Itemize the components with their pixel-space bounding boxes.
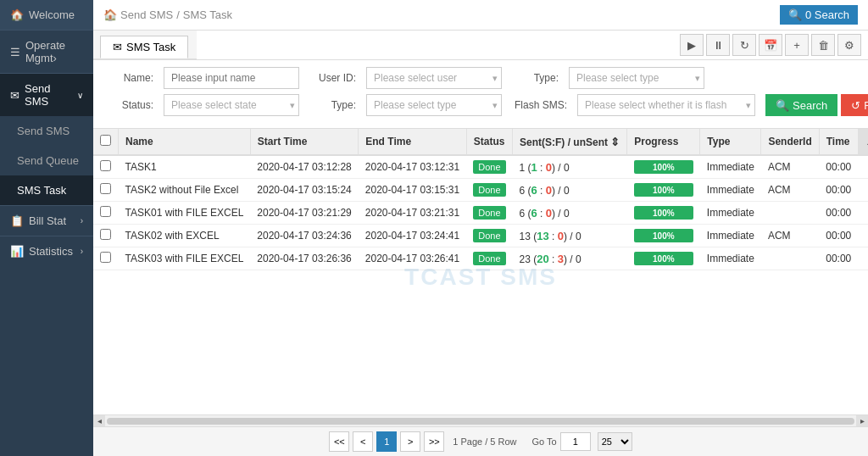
cell-start-time: 2020-04-17 03:24:36 [250, 225, 358, 247]
sidebar-subitem-sms-task[interactable]: SMS Task [0, 175, 93, 205]
col-progress[interactable]: Progress [627, 129, 700, 155]
search-button[interactable]: 🔍 Search [765, 94, 837, 116]
breadcrumb-sms-task: SMS Task [183, 8, 232, 21]
cell-start-time: 2020-04-17 03:15:24 [250, 179, 358, 202]
col-senderid[interactable]: SenderId [761, 129, 819, 155]
tab-icon: ✉ [113, 41, 122, 53]
cell-scroll [858, 202, 868, 225]
settings-button[interactable]: ⚙ [837, 34, 861, 56]
status-select[interactable]: Please select state [164, 94, 299, 116]
type-label2: Type: [309, 99, 356, 111]
play-icon: ▶ [687, 39, 696, 52]
userid-label: User ID: [309, 72, 356, 84]
scroll-right-arrow[interactable]: ▸ [856, 415, 868, 426]
col-status[interactable]: Status [466, 129, 512, 155]
sidebar-subitem-sms-task-label: SMS Task [17, 184, 66, 197]
reset-button[interactable]: ↺ Reset [841, 94, 868, 116]
cell-progress: 100% [627, 155, 700, 179]
type-select2[interactable]: Please select type [366, 94, 502, 116]
sidebar-subitem-send-sms[interactable]: Send SMS [0, 116, 93, 146]
cell-time: 00:00 [819, 225, 858, 247]
breadcrumb-separator: / [176, 8, 180, 21]
cell-type: Immediate [700, 155, 761, 179]
col-scroll-up[interactable]: ▲ [858, 129, 868, 155]
search-top-button[interactable]: 🔍 0 Search [780, 5, 858, 25]
h-scroll-bar[interactable]: ◂ ▸ [93, 414, 868, 426]
cell-end-time: 2020-04-17 03:12:31 [359, 155, 466, 179]
sidebar-item-operate-mgmt[interactable]: ☰ Operate Mgmt› [0, 31, 93, 73]
refresh-icon: ↻ [740, 39, 749, 52]
status-badge: Done [473, 160, 505, 174]
refresh-button[interactable]: ↻ [732, 34, 756, 56]
sidebar-item-send-sms[interactable]: ✉ Send SMS ∨ [0, 74, 93, 116]
cell-senderid: ACM [761, 225, 819, 247]
calendar-button[interactable]: 📅 [759, 34, 782, 56]
row-checkbox[interactable] [100, 206, 111, 217]
row-checkbox[interactable] [100, 229, 111, 240]
page-prev-button[interactable]: < [353, 431, 373, 452]
sms-task-table: Name Start Time End Time Status Sent(S:F… [93, 129, 868, 270]
tab-sms-task[interactable]: ✉ SMS Task [100, 36, 188, 58]
cell-end-time: 2020-04-17 03:21:31 [359, 202, 466, 225]
sidebar-item-bill-stat[interactable]: 📋 Bill Stat › [0, 206, 93, 236]
table-area: TCAST SMS Name Start Time End Time Statu… [93, 129, 868, 414]
cell-name: TASK02 with EXCEL [119, 225, 251, 247]
row-checkbox[interactable] [100, 183, 111, 194]
cell-name: TASK01 with FILE EXCEL [119, 202, 251, 225]
userid-select[interactable]: Please select user [366, 67, 502, 89]
home-icon: 🏠 [10, 8, 24, 21]
col-name[interactable]: Name [119, 129, 251, 155]
reset-icon: ↺ [851, 99, 860, 112]
reset-btn-label: Reset [864, 99, 868, 112]
sidebar-item-welcome-label: Welcome [29, 8, 75, 21]
rows-per-page-select[interactable]: 25 50 100 [598, 432, 632, 451]
cell-name: TASK03 with FILE EXCEL [119, 247, 251, 270]
select-all-checkbox[interactable] [100, 135, 111, 146]
type-select1[interactable]: Please select type [569, 67, 704, 89]
status-badge: Done [473, 183, 505, 197]
table-row: TASK02 with EXCEL2020-04-17 03:24:362020… [93, 225, 868, 247]
scroll-left-arrow[interactable]: ◂ [93, 415, 105, 426]
flash-label: Flash SMS: [512, 99, 567, 111]
page-next-button[interactable]: > [400, 431, 420, 452]
pause-button[interactable]: ⏸ [706, 34, 730, 56]
sidebar-item-statistics[interactable]: 📊 Statistics › [0, 236, 93, 266]
toolbar: ▶ ⏸ ↻ 📅 + 🗑 ⚙ [197, 31, 868, 59]
search-top-icon: 🔍 [788, 8, 802, 21]
page-current-button[interactable]: 1 [376, 431, 397, 452]
goto-label: Go To [532, 437, 557, 447]
page-first-button[interactable]: << [329, 431, 349, 452]
col-start-time[interactable]: Start Time [250, 129, 358, 155]
email-icon: ✉ [10, 89, 19, 102]
col-type[interactable]: Type [700, 129, 761, 155]
type-label1: Type: [512, 72, 559, 84]
play-button[interactable]: ▶ [680, 34, 704, 56]
col-end-time[interactable]: End Time [359, 129, 466, 155]
table-header-row: Name Start Time End Time Status Sent(S:F… [93, 129, 868, 155]
col-time[interactable]: Time [819, 129, 858, 155]
name-input[interactable] [164, 67, 299, 89]
col-sent[interactable]: Sent(S:F) / unSent ⇕ [513, 129, 627, 155]
cell-progress: 100% [627, 202, 700, 225]
sidebar-subitem-send-queue-label: Send Queue [17, 154, 79, 167]
table-row: TASK01 with FILE EXCEL2020-04-17 03:21:2… [93, 202, 868, 225]
delete-button[interactable]: 🗑 [811, 34, 835, 56]
sidebar-item-operate-label: Operate Mgmt› [25, 39, 83, 64]
goto-input[interactable] [560, 432, 591, 451]
row-checkbox[interactable] [100, 160, 111, 171]
main-content: 🏠 Send SMS / SMS Task 🔍 0 Search ✉ SMS T… [93, 0, 868, 456]
cell-end-time: 2020-04-17 03:24:41 [359, 225, 466, 247]
calendar-icon: 📅 [764, 39, 777, 52]
progress-label: 100% [634, 160, 693, 174]
page-last-button[interactable]: >> [424, 431, 444, 452]
h-scrollbar-track[interactable] [107, 418, 854, 425]
progress-label: 100% [634, 206, 693, 220]
row-checkbox[interactable] [100, 252, 111, 263]
cell-end-time: 2020-04-17 03:26:41 [359, 247, 466, 270]
sidebar-item-welcome[interactable]: 🏠 Welcome [0, 0, 93, 30]
search-top-label: 0 Search [805, 8, 849, 21]
add-button[interactable]: + [785, 34, 809, 56]
table-row: TASK2 without File Excel2020-04-17 03:15… [93, 179, 868, 202]
flash-select[interactable]: Please select whether it is flash [577, 94, 755, 116]
sidebar-subitem-send-queue[interactable]: Send Queue [0, 146, 93, 175]
